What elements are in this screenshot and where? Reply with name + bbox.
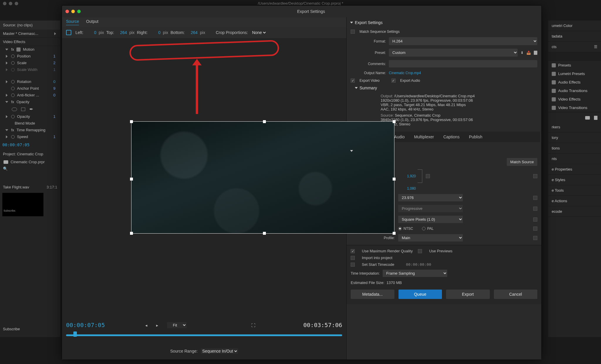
lumetri-bin[interactable]: Lumetri Presets [558, 72, 585, 76]
disclosure-icon[interactable] [5, 49, 8, 50]
disclosure-icon[interactable] [350, 150, 353, 152]
queue-button[interactable]: Queue [399, 290, 442, 299]
disclosure-icon[interactable] [5, 101, 8, 103]
fr-match-toggle[interactable] [533, 196, 537, 200]
video-tr-bin[interactable]: Video Transitions [558, 106, 588, 110]
use-previews-checkbox[interactable] [418, 249, 422, 253]
match-source-button[interactable]: Match Source [507, 158, 537, 166]
fo-match-toggle[interactable] [533, 207, 537, 211]
window-controls[interactable] [62, 10, 81, 13]
delete-preset-icon[interactable] [534, 51, 537, 55]
scale-value[interactable]: 2 [53, 61, 55, 65]
new-bin-icon[interactable] [585, 116, 590, 120]
height-value[interactable]: 1,080 [398, 186, 416, 190]
crop-right-value[interactable]: 0 [150, 30, 161, 35]
set-timecode-checkbox[interactable] [351, 263, 355, 267]
search-icon[interactable]: 🔍 [3, 166, 8, 171]
stopwatch-icon[interactable] [11, 115, 15, 118]
history-tab[interactable]: tory [548, 132, 601, 143]
crop-top-value[interactable]: 264 [117, 30, 127, 35]
actions-tab[interactable]: e Actions [548, 196, 601, 206]
effects-tab[interactable]: cts [552, 45, 557, 49]
disclosure-icon[interactable] [6, 80, 8, 83]
project-file-name[interactable]: Cinematic Crop.prpr [11, 160, 45, 164]
start-timecode-value[interactable]: 00:00:00:00 [406, 262, 431, 267]
disclosure-icon[interactable] [350, 22, 353, 23]
fieldorder-select[interactable]: Progressive [398, 205, 463, 212]
aspect-match-toggle[interactable] [533, 217, 537, 222]
tab-captions[interactable]: Captions [439, 132, 464, 142]
export-button[interactable]: Export [446, 290, 490, 299]
stopwatch-icon[interactable] [11, 87, 15, 90]
ntsc-radio[interactable] [398, 227, 402, 230]
markers-tab[interactable]: rkers [548, 122, 601, 132]
source-range-select[interactable]: Sequence In/Out [201, 348, 238, 354]
width-lock[interactable] [426, 174, 430, 178]
rect-mask-icon[interactable] [21, 108, 25, 111]
framerate-select[interactable]: 23.976 [398, 194, 463, 201]
format-select[interactable]: H.264 [389, 37, 537, 45]
stopwatch-icon[interactable] [11, 80, 15, 84]
audio-fx-bin[interactable]: Audio Effects [558, 80, 580, 84]
bin-icon[interactable] [552, 80, 556, 84]
time-interp-select[interactable]: Frame Sampling [383, 270, 447, 277]
bin-icon[interactable] [552, 63, 556, 67]
presets-bin[interactable]: Presets [558, 63, 571, 67]
tab-output[interactable]: Output [86, 19, 98, 25]
crop-bottom-value[interactable]: 264 [187, 30, 197, 35]
options-tab[interactable]: tions [548, 143, 601, 154]
disclosure-icon[interactable] [6, 55, 8, 58]
disclosure-icon[interactable] [6, 94, 8, 97]
comments-field[interactable] [389, 60, 537, 67]
match-sequence-checkbox[interactable] [351, 30, 355, 34]
disclosure-icon[interactable] [355, 87, 358, 89]
profile-select[interactable]: Main [398, 234, 463, 241]
link-dimensions-icon[interactable] [418, 169, 422, 183]
stopwatch-icon[interactable] [11, 135, 15, 139]
crop-icon[interactable] [66, 30, 71, 35]
stopwatch-icon[interactable] [11, 61, 15, 65]
disclosure-icon[interactable] [6, 135, 8, 138]
effect-controls-timecode[interactable]: 00:00:07:05 [0, 140, 60, 149]
metadata-button[interactable]: Metadata... [351, 290, 394, 299]
chevron-right-icon[interactable] [54, 32, 56, 35]
pal-radio[interactable] [422, 227, 426, 230]
properties-tab[interactable]: e Properties [548, 164, 601, 175]
lumetri-tab[interactable]: umetri Color [548, 21, 601, 31]
disclosure-icon[interactable] [6, 115, 8, 118]
position-value[interactable]: 1 [53, 54, 55, 58]
max-render-checkbox[interactable] [351, 249, 355, 253]
export-audio-checkbox[interactable] [391, 79, 396, 83]
clip-thumbnail[interactable]: Subscribe. [2, 193, 43, 216]
panel-menu-icon[interactable]: ☰ [594, 45, 597, 49]
disclosure-icon[interactable] [5, 129, 8, 131]
width-value[interactable]: 1,920 [398, 174, 416, 178]
pen-mask-icon[interactable]: ✒ [29, 106, 33, 112]
output-name-link[interactable]: Cinematic Crop.mp4 [389, 71, 421, 75]
save-preset-icon[interactable]: ⬇ [521, 51, 524, 55]
clip-name[interactable]: Take Flight.wav [3, 185, 29, 189]
ellipse-mask-icon[interactable] [12, 108, 17, 111]
styles-tab[interactable]: e Styles [548, 175, 601, 185]
tools-tab[interactable]: e Tools [548, 185, 601, 196]
timeline-track[interactable] [66, 334, 342, 336]
crop-proportions-select[interactable]: None [251, 30, 267, 35]
audio-tr-bin[interactable]: Audio Transitions [558, 89, 588, 93]
preview-image[interactable] [131, 121, 394, 234]
width-match-toggle[interactable] [533, 174, 537, 178]
aspect-correction-icon[interactable]: ⛶ [251, 323, 255, 328]
preset-select[interactable]: Custom [389, 49, 518, 57]
aspect-select[interactable]: Square Pixels (1.0) [398, 216, 463, 223]
step-back-icon[interactable]: ◂ [145, 323, 147, 328]
timecode-tab[interactable]: ecode [548, 206, 601, 217]
tab-source[interactable]: Source [66, 19, 79, 25]
disclosure-icon[interactable] [6, 62, 8, 64]
ents-tab[interactable]: nts [548, 154, 601, 164]
bin-icon[interactable] [552, 97, 556, 101]
bin-icon[interactable] [552, 106, 556, 110]
tab-publish[interactable]: Publish [464, 132, 487, 142]
stopwatch-icon[interactable] [11, 93, 15, 97]
import-preset-icon[interactable]: 📥 [526, 51, 531, 55]
playhead[interactable] [73, 331, 77, 337]
profile-match-toggle[interactable] [533, 236, 537, 240]
